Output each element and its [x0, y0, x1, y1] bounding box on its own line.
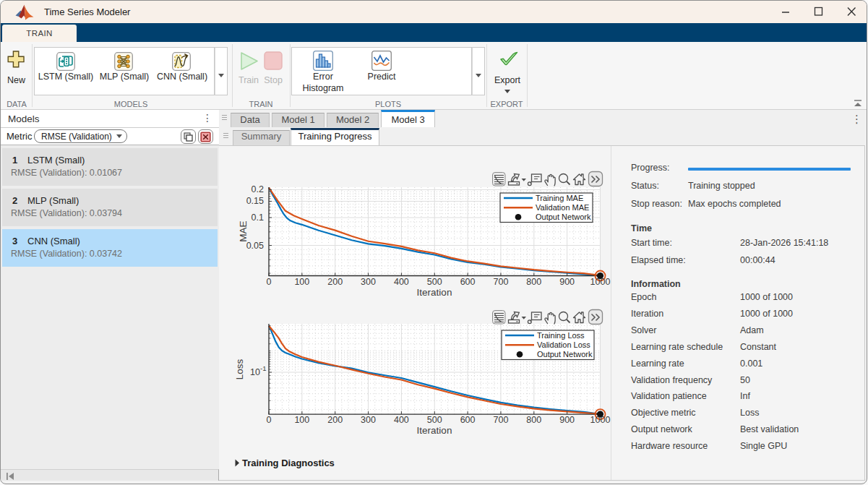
svg-text:300: 300 [361, 415, 376, 425]
svg-text:500: 500 [427, 415, 442, 425]
svg-text:0.1: 0.1 [252, 213, 264, 223]
svg-text:200: 200 [327, 415, 343, 425]
svg-text:Training Loss: Training Loss [537, 331, 585, 340]
svg-text:0.05: 0.05 [246, 241, 264, 251]
svg-text:700: 700 [494, 415, 509, 425]
svg-text:-1: -1 [260, 364, 266, 372]
svg-text:MAE: MAE [238, 220, 249, 241]
svg-text:Validation MAE: Validation MAE [536, 203, 589, 212]
svg-text:400: 400 [394, 277, 409, 287]
svg-text:600: 600 [460, 415, 476, 425]
svg-text:300: 300 [361, 277, 376, 287]
svg-text:1000: 1000 [590, 415, 611, 425]
svg-text:700: 700 [494, 277, 509, 287]
svg-text:100: 100 [294, 415, 309, 425]
svg-text:Validation Loss: Validation Loss [537, 340, 590, 349]
svg-text:200: 200 [327, 277, 343, 287]
svg-text:Iteration: Iteration [417, 287, 452, 298]
svg-text:Loss: Loss [234, 359, 245, 379]
svg-text:400: 400 [394, 415, 409, 425]
svg-text:10: 10 [250, 367, 260, 377]
svg-text:Output Network: Output Network [537, 350, 593, 359]
svg-text:900: 900 [559, 277, 575, 287]
svg-text:600: 600 [460, 277, 476, 287]
svg-text:0.2: 0.2 [252, 184, 264, 194]
svg-text:500: 500 [427, 277, 442, 287]
svg-text:0.15: 0.15 [246, 196, 264, 206]
svg-text:100: 100 [294, 277, 309, 287]
svg-text:Output Network: Output Network [536, 213, 591, 221]
svg-text:Training MAE: Training MAE [536, 194, 583, 202]
svg-text:0: 0 [267, 415, 272, 425]
svg-text:1000: 1000 [590, 277, 611, 287]
svg-text:800: 800 [526, 277, 541, 287]
svg-text:800: 800 [526, 415, 541, 425]
svg-text:Iteration: Iteration [417, 425, 452, 436]
svg-text:900: 900 [559, 415, 575, 425]
svg-text:0: 0 [267, 277, 272, 287]
